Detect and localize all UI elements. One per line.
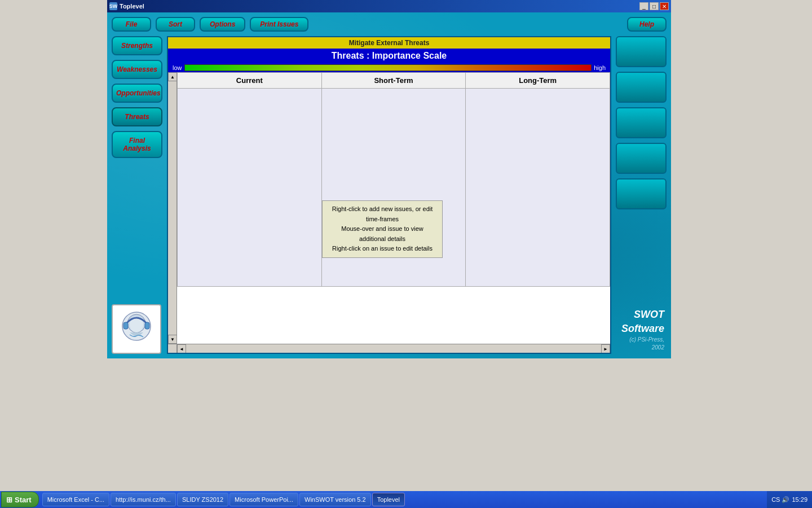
start-button[interactable]: ⊞ Start (1, 492, 39, 507)
tooltip-line2: Mouse-over and issue to view additional … (328, 224, 437, 244)
scale-low-label: low (173, 64, 182, 71)
taskbar-item-ppt-label: Microsoft PowerPoi... (235, 496, 293, 503)
scroll-corner (168, 344, 177, 353)
clock: 15:29 (792, 496, 807, 503)
main-window: SW Toplevel _ □ ✕ File Sort Options Prin… (107, 0, 671, 358)
panel-title: Threats : Importance Scale (168, 49, 610, 63)
table-row: Right-click to add new issues, or edit t… (178, 89, 610, 287)
panel-header: Mitigate External Threats (168, 37, 610, 49)
taskbar-item-winswot[interactable]: WinSWOT version 5.2 (299, 493, 371, 506)
file-button[interactable]: File (112, 17, 151, 32)
col-long-term: Long-Term (466, 73, 610, 89)
logo-box (112, 304, 161, 354)
start-label: Start (15, 496, 32, 504)
cell-long-term[interactable] (466, 89, 610, 287)
toolbar-right: Help (627, 17, 667, 32)
logo-image (114, 306, 159, 352)
right-panel-1 (616, 36, 667, 67)
taskbar-item-slidy[interactable]: SLIDY ZS2012 (177, 493, 228, 506)
nav-threats[interactable]: Threats (112, 107, 162, 126)
cell-current[interactable] (178, 89, 322, 287)
nav-weaknesses[interactable]: Weaknesses (112, 60, 162, 79)
taskbar-item-toplevel-label: Toplevel (377, 496, 400, 503)
scroll-right-btn[interactable]: ► (601, 344, 610, 353)
taskbar-tray: CS 🔊 15:29 (767, 491, 812, 508)
taskbar-item-toplevel[interactable]: Toplevel (372, 493, 405, 506)
swot-brand: SWOT Software (c) PSi-Press, 2002 (616, 305, 667, 354)
nav-opportunities[interactable]: Opportunities (112, 84, 162, 103)
content-area: Strengths Weaknesses Opportunities Threa… (112, 36, 667, 354)
scale-high-label: high (594, 64, 606, 71)
tooltip-line3: Right-click on an issue to edit details (328, 244, 437, 254)
title-bar-buttons: _ □ ✕ (639, 2, 669, 10)
main-panel: Mitigate External Threats Threats : Impo… (167, 36, 611, 354)
taskbar-item-excel-label: Microsoft Excel - C... (47, 496, 104, 503)
brand-swot: SWOT (618, 308, 664, 322)
taskbar: ⊞ Start Microsoft Excel - C... http://is… (0, 491, 812, 508)
options-button[interactable]: Options (200, 17, 245, 32)
svg-rect-4 (145, 322, 149, 329)
minimize-button[interactable]: _ (639, 2, 648, 10)
scroll-down-btn[interactable]: ▼ (168, 335, 177, 344)
tray-icons: CS 🔊 (771, 496, 789, 503)
left-sidebar: Strengths Weaknesses Opportunities Threa… (112, 36, 162, 354)
taskbar-item-ppt[interactable]: Microsoft PowerPoi... (230, 493, 298, 506)
h-scrollbar[interactable]: ◄ ► (177, 344, 610, 353)
brand-copyright: (c) PSi-Press, 2002 (618, 336, 664, 352)
right-panel-5 (616, 178, 667, 209)
window-icon: SW (109, 2, 117, 10)
table-scroll-area[interactable]: Current Short-Term Long-Term (177, 72, 610, 344)
brand-software: Software (618, 322, 664, 336)
right-panel-2 (616, 72, 667, 103)
right-sidebar: SWOT Software (c) PSi-Press, 2002 (616, 36, 667, 354)
cell-short-term[interactable]: Right-click to add new issues, or edit t… (321, 89, 466, 287)
toolbar-left: File Sort Options Print Issues (112, 17, 308, 32)
taskbar-item-slidy-label: SLIDY ZS2012 (182, 496, 223, 503)
scroll-left-btn[interactable]: ◄ (177, 344, 186, 353)
scale-bar: low high (168, 63, 610, 72)
svg-rect-3 (123, 322, 128, 329)
help-button[interactable]: Help (627, 17, 667, 32)
data-table: Current Short-Term Long-Term (177, 72, 610, 287)
taskbar-item-browser[interactable]: http://is.muni.cz/th... (111, 493, 176, 506)
v-scrollbar[interactable]: ▲ ▼ (168, 72, 177, 344)
sort-button[interactable]: Sort (156, 17, 195, 32)
col-current: Current (178, 73, 322, 89)
nav-strengths[interactable]: Strengths (112, 36, 162, 55)
start-icon: ⊞ (6, 496, 12, 504)
taskbar-item-excel[interactable]: Microsoft Excel - C... (42, 493, 109, 506)
maximize-button[interactable]: □ (650, 2, 659, 10)
col-short-term: Short-Term (321, 73, 466, 89)
taskbar-item-winswot-label: WinSWOT version 5.2 (304, 496, 366, 503)
top-toolbar: File Sort Options Print Issues Help (112, 17, 667, 32)
app-body: File Sort Options Print Issues Help Stre… (107, 12, 671, 358)
close-button[interactable]: ✕ (660, 2, 669, 10)
right-panel-3 (616, 107, 667, 138)
title-bar-text: SW Toplevel (109, 2, 144, 10)
table-wrapper: ▲ ▼ Current Short-Term Long-Term (168, 72, 610, 353)
tooltip-box: Right-click to add new issues, or edit t… (322, 200, 443, 258)
taskbar-item-browser-label: http://is.muni.cz/th... (116, 496, 171, 503)
print-button[interactable]: Print Issues (250, 17, 308, 32)
scroll-up-btn[interactable]: ▲ (168, 72, 177, 81)
title-bar: SW Toplevel _ □ ✕ (107, 0, 671, 12)
taskbar-items: Microsoft Excel - C... http://is.muni.cz… (42, 493, 767, 506)
tooltip-line1: Right-click to add new issues, or edit t… (328, 204, 437, 224)
scale-gradient (184, 64, 592, 71)
nav-final-analysis[interactable]: Final Analysis (112, 131, 162, 158)
right-panel-4 (616, 143, 667, 174)
window-title: Toplevel (120, 3, 144, 10)
